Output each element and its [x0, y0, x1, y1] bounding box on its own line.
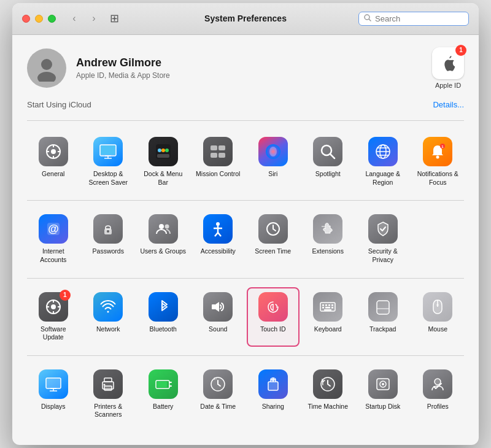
apple-id-badge: 1: [455, 45, 466, 56]
pref-item-siri[interactable]: Siri: [247, 132, 300, 191]
pref-item-sharing[interactable]: Sharing: [247, 365, 300, 424]
mouse-label: Mouse: [428, 325, 447, 334]
extensions-icon: [313, 214, 342, 244]
svg-rect-11: [101, 145, 115, 155]
passwords-label: Passwords: [93, 247, 124, 256]
pref-item-desktop[interactable]: Desktop & Screen Saver: [82, 132, 135, 191]
pref-item-bluetooth[interactable]: Bluetooth: [137, 287, 190, 347]
screentime-icon: [258, 214, 288, 244]
datetime-icon: 17: [203, 369, 233, 399]
timemachine-icon: [313, 369, 342, 399]
icloud-details-link[interactable]: Details...: [433, 100, 464, 109]
user-subtitle: Apple ID, Media & App Store: [76, 71, 422, 80]
user-info: Andrew Gilmore Apple ID, Media & App Sto…: [76, 56, 422, 80]
search-input[interactable]: [375, 14, 463, 23]
back-button[interactable]: ‹: [66, 12, 83, 25]
svg-point-25: [269, 147, 277, 156]
dock-label: Dock & Menu Bar: [139, 170, 187, 187]
nav-buttons: ‹ ›: [66, 12, 102, 25]
pref-item-internet[interactable]: @Internet Accounts: [27, 209, 80, 269]
language-label: Language & Region: [359, 170, 407, 187]
pref-item-users[interactable]: Users & Groups: [137, 209, 190, 269]
svg-rect-64: [331, 307, 333, 309]
prefs-grid-row-2: @Internet AccountsPasswordsUsers & Group…: [27, 209, 464, 269]
section-divider-3: [27, 355, 464, 356]
displays-icon: [39, 369, 68, 399]
svg-rect-20: [211, 145, 217, 150]
svg-point-19: [165, 149, 169, 152]
touchid-label: Touch ID: [260, 325, 285, 334]
notifications-label: Notifications & Focus: [414, 170, 462, 187]
pref-item-keyboard[interactable]: Keyboard: [302, 287, 355, 347]
siri-label: Siri: [268, 170, 277, 179]
pref-item-touchid[interactable]: Touch ID: [247, 287, 300, 347]
internet-label: Internet Accounts: [29, 247, 77, 264]
icloud-text: Start Using iCloud: [27, 100, 91, 109]
icloud-banner: Start Using iCloud Details...: [27, 100, 464, 109]
passwords-icon: [93, 214, 123, 244]
pref-item-security[interactable]: Security & Privacy: [357, 209, 409, 269]
svg-rect-58: [322, 304, 324, 306]
grid-icon[interactable]: ⊞: [110, 12, 119, 25]
pref-item-printers[interactable]: Printers & Scanners: [82, 365, 135, 424]
pref-item-datetime[interactable]: 17Date & Time: [192, 365, 245, 424]
svg-line-1: [369, 19, 371, 21]
maximize-button[interactable]: [48, 15, 56, 23]
svg-point-42: [216, 222, 220, 226]
pref-item-softwareupdate[interactable]: 1Software Update: [27, 287, 80, 347]
general-icon: [39, 137, 68, 166]
pref-item-mouse[interactable]: Mouse: [412, 287, 465, 347]
profiles-icon: [423, 369, 452, 399]
minimize-button[interactable]: [35, 15, 43, 23]
search-box[interactable]: [358, 12, 469, 26]
svg-point-33: [436, 155, 439, 158]
section-divider-2: [27, 278, 464, 279]
apple-id-button[interactable]: 1 Apple ID: [432, 47, 464, 89]
spotlight-icon: [313, 137, 342, 166]
startdisk-icon: [368, 369, 398, 399]
pref-item-passwords[interactable]: Passwords: [82, 209, 135, 269]
svg-point-92: [382, 383, 384, 385]
pref-item-timemachine[interactable]: Time Machine: [302, 365, 355, 424]
language-icon: [368, 137, 398, 166]
svg-point-5: [51, 149, 56, 154]
startdisk-label: Startup Disk: [365, 403, 400, 411]
internet-icon: @: [39, 214, 68, 244]
svg-point-18: [161, 149, 165, 152]
pref-item-displays[interactable]: Displays: [27, 365, 80, 424]
timemachine-label: Time Machine: [307, 403, 348, 411]
pref-item-general[interactable]: General: [27, 132, 80, 191]
pref-item-extensions[interactable]: Extensions: [302, 209, 355, 269]
notifications-icon: 1: [423, 137, 452, 166]
battery-label: Battery: [153, 403, 173, 411]
svg-point-2: [41, 59, 52, 70]
pref-item-profiles[interactable]: Profiles: [412, 365, 465, 424]
pref-item-notifications[interactable]: 1Notifications & Focus: [412, 132, 465, 191]
pref-item-spotlight[interactable]: Spotlight: [302, 132, 355, 191]
security-icon: [368, 214, 398, 244]
pref-item-startdisk[interactable]: Startup Disk: [357, 365, 409, 424]
pref-item-screentime[interactable]: Screen Time: [247, 209, 300, 269]
pref-item-battery[interactable]: Battery: [137, 365, 190, 424]
pref-item-accessibility[interactable]: Accessibility: [192, 209, 245, 269]
trackpad-icon: [368, 292, 398, 322]
pref-item-dock[interactable]: Dock & Menu Bar: [137, 132, 190, 191]
pref-item-blank1[interactable]: [412, 209, 465, 269]
svg-rect-76: [104, 386, 112, 390]
pref-item-sound[interactable]: Sound: [192, 287, 245, 347]
svg-point-93: [435, 379, 441, 385]
svg-rect-61: [331, 304, 333, 306]
network-icon: [93, 292, 123, 322]
siri-icon: [258, 137, 288, 166]
mission-icon: [203, 137, 233, 166]
apple-logo-svg: [438, 53, 458, 73]
forward-button[interactable]: ›: [85, 12, 102, 25]
close-button[interactable]: [22, 15, 30, 23]
pref-item-language[interactable]: Language & Region: [357, 132, 409, 191]
pref-item-mission[interactable]: Mission Control: [192, 132, 245, 191]
pref-item-network[interactable]: Network: [82, 287, 135, 347]
svg-rect-22: [211, 153, 217, 158]
pref-item-trackpad[interactable]: Trackpad: [357, 287, 409, 347]
prefs-grid-row-1: GeneralDesktop & Screen SaverDock & Menu…: [27, 132, 464, 191]
sharing-label: Sharing: [262, 403, 284, 411]
